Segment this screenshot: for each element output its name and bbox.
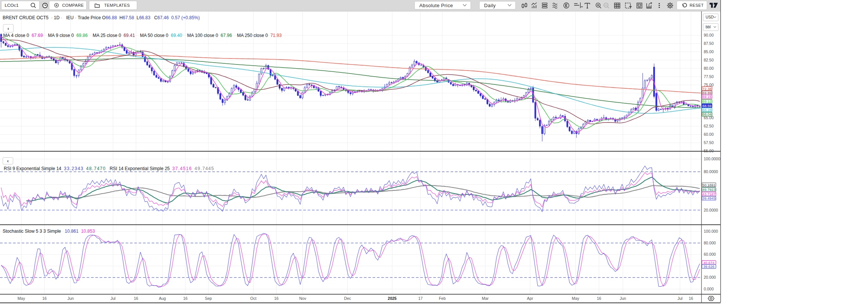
svg-text:16: 16 [183,296,188,301]
svg-text:62.50: 62.50 [704,124,714,128]
svg-text:May: May [18,296,26,301]
svg-text:16: 16 [597,296,601,301]
svg-text:68.04: 68.04 [703,112,712,116]
svg-text:50.1691: 50.1691 [702,183,715,187]
svg-text:Sep: Sep [205,296,212,301]
svg-text:16: 16 [134,296,138,301]
svg-text:69.12: 69.12 [703,99,712,103]
svg-text:80.000: 80.000 [704,241,716,245]
svg-text:Jun: Jun [620,296,626,301]
svg-text:60.00: 60.00 [704,132,714,137]
svg-text:82.50: 82.50 [704,58,714,62]
svg-text:Oct: Oct [250,296,256,301]
svg-text:68.28: 68.28 [703,108,712,112]
svg-text:May: May [572,296,580,301]
svg-text:55.00: 55.00 [704,149,714,153]
svg-text:100.0000: 100.0000 [704,157,720,161]
svg-text:100.000: 100.000 [704,229,718,233]
svg-text:Aug: Aug [159,296,166,301]
svg-text:57.50: 57.50 [704,140,714,145]
svg-text:16: 16 [42,296,47,301]
svg-text:80.0000: 80.0000 [704,169,718,174]
svg-text:Jul: Jul [110,296,115,301]
svg-text:Mar: Mar [482,296,489,301]
svg-text:77.50: 77.50 [704,74,714,79]
svg-text:Jun: Jun [67,296,74,301]
svg-text:17: 17 [418,296,423,301]
svg-text:90.00: 90.00 [704,33,714,37]
svg-text:39.4945: 39.4945 [702,196,715,200]
svg-text:72.38: 72.38 [703,87,712,91]
svg-text:Apr: Apr [527,296,533,301]
svg-text:16: 16 [689,296,693,301]
svg-text:20.000: 20.000 [704,275,716,279]
svg-text:40.674: 40.674 [703,261,715,265]
svg-text:2025: 2025 [388,296,397,301]
svg-text:Dec: Dec [344,296,351,301]
svg-text:20.0000: 20.0000 [704,208,718,212]
svg-text:69.89: 69.89 [703,91,712,95]
svg-text:16: 16 [274,296,279,301]
svg-text:85.00: 85.00 [704,49,714,54]
svg-text:Jul: Jul [677,296,682,301]
svg-text:0.000: 0.000 [704,287,714,291]
svg-text:80.00: 80.00 [704,66,714,71]
svg-text:69.15: 69.15 [703,95,712,99]
svg-text:39.626: 39.626 [703,264,714,269]
svg-text:49.7923: 49.7923 [702,187,715,192]
svg-text:Feb: Feb [439,296,446,301]
svg-text:68.59: 68.59 [703,104,712,108]
svg-text:60.000: 60.000 [704,252,716,256]
svg-text:Nov: Nov [299,296,306,301]
svg-text:87.50: 87.50 [704,41,714,46]
svg-text:43.7187: 43.7187 [702,192,715,196]
